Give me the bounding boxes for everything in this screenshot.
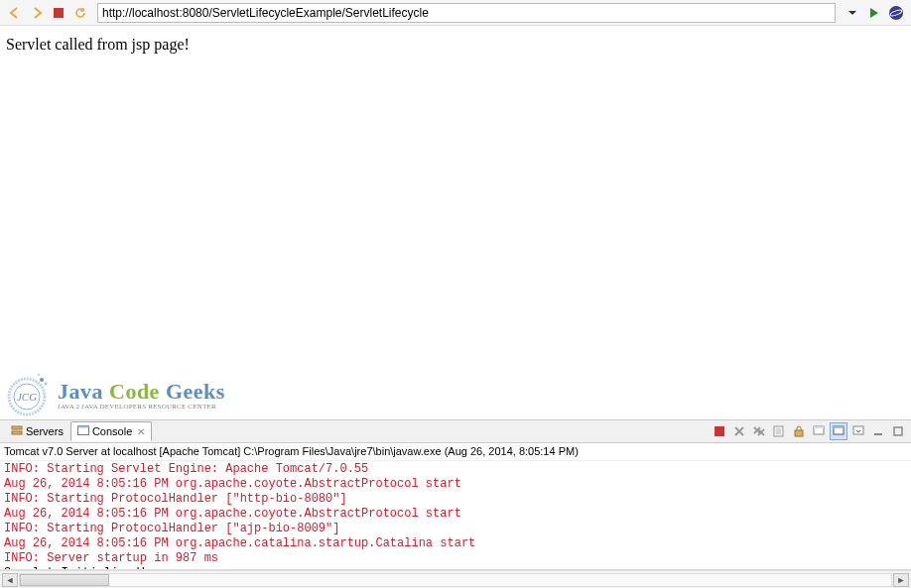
console-icon bbox=[77, 424, 89, 438]
pin-console-button[interactable] bbox=[810, 422, 828, 440]
console-title: Tomcat v7.0 Server at localhost [Apache … bbox=[0, 443, 911, 461]
console-line: INFO: Starting ProtocolHandler ["http-bi… bbox=[4, 492, 907, 507]
svg-rect-13 bbox=[715, 426, 724, 436]
svg-rect-21 bbox=[874, 433, 882, 435]
svg-text:JCG: JCG bbox=[17, 391, 37, 403]
back-button[interactable] bbox=[6, 4, 24, 22]
console-line: INFO: Starting Servlet Engine: Apache To… bbox=[4, 462, 907, 477]
svg-rect-10 bbox=[12, 431, 22, 434]
svg-rect-19 bbox=[834, 426, 844, 428]
svg-rect-15 bbox=[795, 430, 803, 436]
tab-label: Console bbox=[92, 425, 132, 437]
tab-servers[interactable]: Servers bbox=[4, 421, 70, 441]
refresh-button[interactable] bbox=[71, 4, 89, 22]
tab-label: Servers bbox=[26, 425, 64, 437]
jcg-logo: JCG Java Code Geeks Java 2 Java Develope… bbox=[2, 370, 225, 419]
jcg-logo-subtitle: Java 2 Java Developers Resource Center bbox=[58, 403, 225, 411]
url-input[interactable] bbox=[97, 3, 836, 23]
jcg-logo-text: Java Code Geeks bbox=[58, 379, 225, 405]
console-line: Aug 26, 2014 8:05:16 PM org.apache.catal… bbox=[4, 536, 907, 551]
horizontal-scrollbar[interactable]: ◄ ► bbox=[0, 570, 911, 588]
page-text: Servlet called from jsp page! bbox=[6, 36, 905, 54]
stop-button[interactable] bbox=[50, 4, 67, 22]
terminate-button[interactable] bbox=[711, 422, 728, 440]
clear-console-button[interactable] bbox=[770, 422, 788, 440]
console-line: Aug 26, 2014 8:05:16 PM org.apache.coyot… bbox=[4, 507, 907, 522]
browser-toolbar bbox=[0, 0, 911, 26]
views-tab-bar: Servers Console ✕ bbox=[0, 419, 911, 443]
remove-terminated-button[interactable] bbox=[730, 422, 748, 440]
remove-all-button[interactable] bbox=[750, 422, 768, 440]
svg-rect-9 bbox=[12, 426, 22, 429]
svg-point-6 bbox=[40, 378, 44, 382]
svg-rect-12 bbox=[77, 426, 88, 428]
forward-button[interactable] bbox=[28, 4, 46, 22]
minimize-view-button[interactable] bbox=[869, 422, 887, 440]
console-toolbar bbox=[711, 422, 907, 440]
svg-rect-20 bbox=[853, 426, 863, 434]
close-icon[interactable]: ✕ bbox=[137, 426, 145, 437]
display-selected-button[interactable] bbox=[830, 422, 847, 440]
url-dropdown-icon[interactable] bbox=[844, 4, 861, 22]
svg-point-8 bbox=[38, 374, 40, 376]
scroll-lock-button[interactable] bbox=[790, 422, 808, 440]
svg-rect-0 bbox=[54, 8, 64, 18]
svg-point-7 bbox=[45, 383, 48, 386]
console-line: INFO: Server startup in 987 ms bbox=[4, 551, 907, 566]
svg-rect-22 bbox=[894, 427, 902, 435]
jcg-badge-icon: JCG bbox=[2, 370, 52, 419]
maximize-view-button[interactable] bbox=[889, 422, 907, 440]
svg-rect-17 bbox=[814, 426, 824, 428]
go-button[interactable] bbox=[865, 4, 883, 22]
browser-viewport: Servlet called from jsp page! JCG Java C… bbox=[0, 26, 911, 419]
console-output[interactable]: INFO: Starting Servlet Engine: Apache To… bbox=[0, 461, 911, 570]
scroll-left-button[interactable]: ◄ bbox=[2, 573, 18, 587]
console-line: INFO: Starting ProtocolHandler ["ajp-bio… bbox=[4, 522, 907, 536]
console-line: Aug 26, 2014 8:05:16 PM org.apache.coyot… bbox=[4, 477, 907, 492]
scroll-track[interactable] bbox=[19, 573, 892, 587]
tab-console[interactable]: Console ✕ bbox=[70, 421, 152, 441]
scroll-thumb[interactable] bbox=[20, 574, 109, 586]
eclipse-icon[interactable] bbox=[887, 4, 905, 22]
scroll-right-button[interactable]: ► bbox=[893, 573, 909, 587]
open-console-button[interactable] bbox=[849, 422, 867, 440]
servers-icon bbox=[11, 424, 23, 438]
